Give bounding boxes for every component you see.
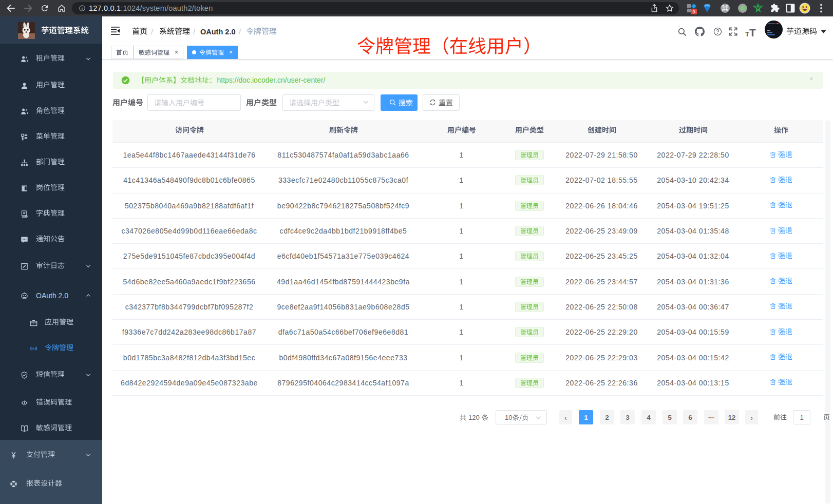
svg-text:a: a (33, 347, 35, 350)
svg-text:9: 9 (692, 9, 695, 14)
